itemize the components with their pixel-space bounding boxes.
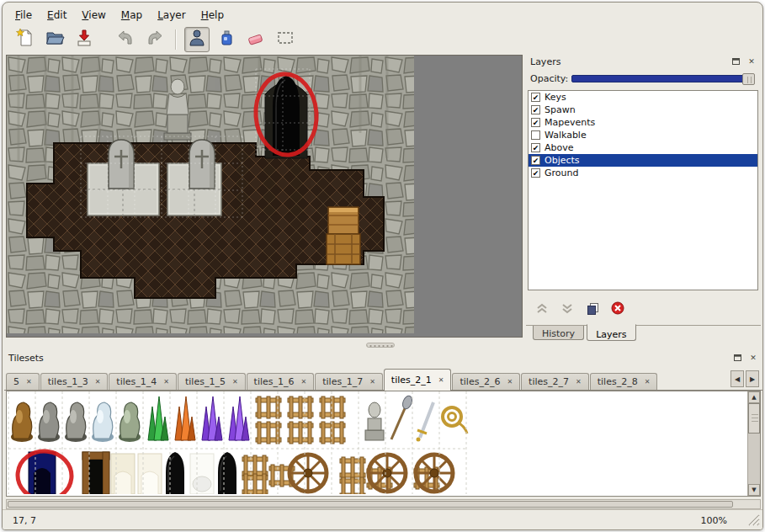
tile-wood-track[interactable] <box>320 396 345 418</box>
tab-close-icon[interactable]: ✕ <box>26 378 32 386</box>
layer-visibility-checkbox[interactable]: ✔ <box>531 105 540 114</box>
tileset-tab-tiles_2_7[interactable]: tiles_2_7✕ <box>521 373 589 390</box>
tileset-tab-tiles_2_6[interactable]: tiles_2_6✕ <box>452 373 520 390</box>
tileset-canvas[interactable] <box>7 391 746 494</box>
tab-close-icon[interactable]: ✕ <box>645 378 651 386</box>
tile-hooded-figure[interactable] <box>166 452 184 494</box>
tile-wood-doorframe[interactable] <box>82 452 109 494</box>
chevron-up-icon <box>536 303 548 314</box>
copy-icon <box>587 302 599 315</box>
eraser-tool-button[interactable] <box>243 27 268 52</box>
close-panel-icon[interactable]: ✕ <box>746 56 757 67</box>
tile-wood-track[interactable] <box>242 474 268 494</box>
layer-visibility-checkbox[interactable] <box>531 130 540 140</box>
tile-wood-track[interactable] <box>288 396 313 418</box>
layer-row-ground[interactable]: ✔Ground <box>529 167 757 179</box>
cursor-coordinates: 17, 7 <box>3 515 701 526</box>
menu-item-layer[interactable]: Layer <box>150 7 193 24</box>
menu-item-map[interactable]: Map <box>114 7 150 24</box>
float-panel-icon[interactable] <box>730 56 742 67</box>
layer-row-spawn[interactable]: ✔Spawn <box>529 104 757 116</box>
tileset-tab-tiles_1_6[interactable]: tiles_1_6✕ <box>247 373 315 390</box>
scroll-tabs-left-button[interactable]: ◀ <box>730 370 744 387</box>
tileset-tab-tiles_2_8[interactable]: tiles_2_8✕ <box>590 373 658 390</box>
redo-button[interactable] <box>142 27 167 52</box>
layer-visibility-checkbox[interactable]: ✔ <box>531 143 540 152</box>
dock-tab-layers[interactable]: Layers <box>587 324 635 341</box>
menu-item-file[interactable]: File <box>8 7 40 24</box>
tileset-tab-tiles_1_4[interactable]: tiles_1_4✕ <box>109 373 177 390</box>
tile-pale-arch[interactable] <box>111 454 135 494</box>
map-canvas[interactable] <box>7 56 414 333</box>
layer-row-walkable[interactable]: Walkable <box>529 129 757 141</box>
menu-item-edit[interactable]: Edit <box>40 7 74 24</box>
opacity-slider[interactable] <box>571 75 754 82</box>
scroll-up-icon[interactable]: ▲ <box>748 391 760 403</box>
layer-row-objects[interactable]: ✔Objects <box>529 154 757 167</box>
new-file-button[interactable] <box>13 27 38 52</box>
duplicate-layer-button[interactable] <box>580 300 605 317</box>
tab-close-icon[interactable]: ✕ <box>301 378 307 386</box>
move-layer-up-button[interactable] <box>529 300 555 317</box>
resize-grip-icon[interactable] <box>747 513 760 529</box>
tile-wood-track[interactable] <box>340 477 365 494</box>
layer-visibility-checkbox[interactable]: ✔ <box>531 118 540 127</box>
tile-wood-track[interactable] <box>340 457 365 479</box>
select-tool-button[interactable] <box>273 27 298 52</box>
stamp-tool-button[interactable] <box>184 27 210 52</box>
layer-buttons-row <box>529 299 630 317</box>
tileset-horizontal-scrollbar[interactable] <box>6 499 761 509</box>
tile-wagon-wheel[interactable] <box>369 455 406 492</box>
tile-wagon-wheel[interactable] <box>416 455 453 492</box>
layer-row-keys[interactable]: ✔Keys <box>529 91 757 104</box>
tab-close-icon[interactable]: ✕ <box>507 378 513 386</box>
map-viewport[interactable] <box>6 55 523 338</box>
tileset-tab-tiles_1_3[interactable]: tiles_1_3✕ <box>40 373 109 390</box>
open-file-button[interactable] <box>42 27 67 52</box>
tile-wagon-wheel[interactable] <box>290 455 327 492</box>
menu-item-view[interactable]: View <box>74 7 113 24</box>
tile-hooded-figure[interactable] <box>218 452 236 494</box>
layer-visibility-checkbox[interactable]: ✔ <box>531 156 540 165</box>
status-bar: 17, 7 100% <box>3 509 762 530</box>
layer-row-mapevents[interactable]: ✔Mapevents <box>529 116 757 129</box>
tileset-tab-tiles_1_7[interactable]: tiles_1_7✕ <box>315 373 383 390</box>
fill-tool-button[interactable] <box>214 27 239 52</box>
tile-wood-track[interactable] <box>320 422 345 444</box>
tileset-tab-label: tiles_2_1 <box>391 375 432 386</box>
float-panel-icon[interactable] <box>732 353 744 364</box>
tileset-tab-tiles_1_5[interactable]: tiles_1_5✕ <box>178 373 246 390</box>
move-layer-down-button[interactable] <box>555 300 580 317</box>
layers-list[interactable]: ✔Keys✔Spawn✔MapeventsWalkable✔Above✔Obje… <box>528 90 758 290</box>
tab-close-icon[interactable]: ✕ <box>95 378 101 386</box>
tile-wood-track[interactable] <box>288 422 313 444</box>
tab-close-icon[interactable]: ✕ <box>369 378 375 386</box>
opacity-slider-handle[interactable] <box>742 73 755 85</box>
tab-close-icon[interactable]: ✕ <box>163 378 169 386</box>
tab-close-icon[interactable]: ✕ <box>438 376 444 384</box>
delete-layer-button[interactable] <box>605 300 630 317</box>
splitter-grip-icon <box>366 343 395 348</box>
tileset-tab-5[interactable]: 5✕ <box>6 373 40 390</box>
tile-navy-door-selected[interactable] <box>29 452 56 494</box>
layer-visibility-checkbox[interactable]: ✔ <box>531 93 540 102</box>
scroll-tabs-right-button[interactable]: ▶ <box>746 370 759 387</box>
tileset-tab-tiles_2_1[interactable]: tiles_2_1✕ <box>384 369 452 390</box>
layer-visibility-checkbox[interactable]: ✔ <box>531 168 540 178</box>
dock-tab-history[interactable]: History <box>533 326 584 340</box>
undo-button[interactable] <box>113 27 138 52</box>
tile-snow-mound[interactable] <box>190 454 214 494</box>
tileset-content[interactable]: ▲ ▼ <box>6 391 761 497</box>
tile-pale-arch[interactable] <box>138 454 162 494</box>
close-panel-icon[interactable]: ✕ <box>747 353 759 364</box>
vertical-scrollbar-thumb[interactable] <box>748 403 760 434</box>
tab-close-icon[interactable]: ✕ <box>232 378 238 386</box>
save-button[interactable] <box>72 27 97 52</box>
horizontal-scrollbar-thumb[interactable] <box>8 501 733 508</box>
tab-close-icon[interactable]: ✕ <box>576 378 582 386</box>
layer-row-above[interactable]: ✔Above <box>529 141 757 154</box>
eraser-icon <box>246 28 266 51</box>
menu-item-help[interactable]: Help <box>194 7 231 24</box>
tileset-vertical-scrollbar[interactable]: ▲ ▼ <box>747 391 760 496</box>
scroll-down-icon[interactable]: ▼ <box>748 484 760 496</box>
